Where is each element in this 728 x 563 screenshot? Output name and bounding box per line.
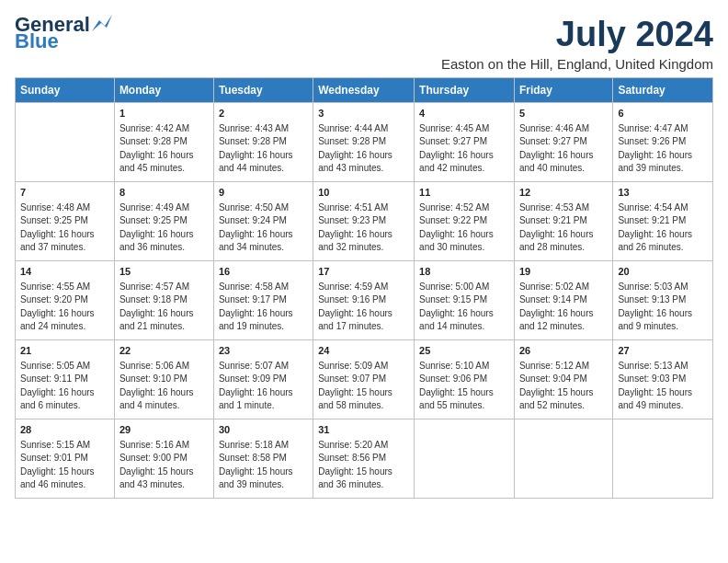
day-number: 16 bbox=[219, 265, 308, 280]
day-info: Sunrise: 5:13 AM Sunset: 9:03 PM Dayligh… bbox=[618, 360, 708, 413]
day-info: Sunrise: 5:12 AM Sunset: 9:04 PM Dayligh… bbox=[519, 360, 608, 413]
day-info: Sunrise: 5:15 AM Sunset: 9:01 PM Dayligh… bbox=[20, 439, 109, 492]
svg-marker-0 bbox=[92, 15, 112, 31]
day-number: 17 bbox=[318, 265, 409, 280]
day-number: 29 bbox=[119, 423, 209, 438]
day-number: 1 bbox=[119, 107, 209, 121]
day-cell: 14Sunrise: 4:55 AM Sunset: 9:20 PM Dayli… bbox=[16, 261, 115, 340]
day-cell bbox=[16, 103, 115, 182]
logo-blue-text: Blue bbox=[15, 31, 59, 52]
day-info: Sunrise: 4:43 AM Sunset: 9:28 PM Dayligh… bbox=[219, 122, 308, 176]
calendar-table: SundayMondayTuesdayWednesdayThursdayFrid… bbox=[15, 77, 713, 499]
day-number: 12 bbox=[519, 186, 608, 201]
week-row-5: 28Sunrise: 5:15 AM Sunset: 9:01 PM Dayli… bbox=[16, 419, 713, 499]
day-cell: 22Sunrise: 5:06 AM Sunset: 9:10 PM Dayli… bbox=[114, 340, 213, 419]
day-number: 10 bbox=[318, 186, 409, 201]
day-info: Sunrise: 5:02 AM Sunset: 9:14 PM Dayligh… bbox=[519, 281, 608, 334]
day-header-wednesday: Wednesday bbox=[313, 78, 415, 103]
day-info: Sunrise: 4:45 AM Sunset: 9:27 PM Dayligh… bbox=[419, 122, 509, 176]
day-number: 30 bbox=[219, 423, 308, 438]
day-cell: 13Sunrise: 4:54 AM Sunset: 9:21 PM Dayli… bbox=[613, 182, 713, 261]
day-number: 24 bbox=[318, 344, 409, 359]
day-cell: 27Sunrise: 5:13 AM Sunset: 9:03 PM Dayli… bbox=[613, 340, 713, 419]
day-info: Sunrise: 4:51 AM Sunset: 9:23 PM Dayligh… bbox=[318, 201, 409, 255]
day-info: Sunrise: 4:57 AM Sunset: 9:18 PM Dayligh… bbox=[119, 281, 209, 334]
day-number: 31 bbox=[318, 423, 409, 438]
day-info: Sunrise: 5:16 AM Sunset: 9:00 PM Dayligh… bbox=[119, 439, 209, 492]
day-cell: 21Sunrise: 5:05 AM Sunset: 9:11 PM Dayli… bbox=[16, 340, 115, 419]
day-header-thursday: Thursday bbox=[415, 78, 515, 103]
day-cell: 10Sunrise: 4:51 AM Sunset: 9:23 PM Dayli… bbox=[313, 182, 415, 261]
week-row-3: 14Sunrise: 4:55 AM Sunset: 9:20 PM Dayli… bbox=[16, 261, 713, 340]
day-cell: 2Sunrise: 4:43 AM Sunset: 9:28 PM Daylig… bbox=[213, 103, 313, 182]
day-info: Sunrise: 4:42 AM Sunset: 9:28 PM Dayligh… bbox=[119, 122, 209, 176]
logo-bird-icon bbox=[92, 15, 112, 31]
day-info: Sunrise: 5:10 AM Sunset: 9:06 PM Dayligh… bbox=[419, 360, 509, 413]
day-info: Sunrise: 4:50 AM Sunset: 9:24 PM Dayligh… bbox=[219, 201, 308, 255]
day-cell: 9Sunrise: 4:50 AM Sunset: 9:24 PM Daylig… bbox=[213, 182, 313, 261]
day-cell bbox=[415, 419, 515, 499]
day-cell: 30Sunrise: 5:18 AM Sunset: 8:58 PM Dayli… bbox=[213, 419, 313, 499]
day-number: 27 bbox=[618, 344, 708, 359]
day-info: Sunrise: 4:53 AM Sunset: 9:21 PM Dayligh… bbox=[519, 201, 608, 255]
day-cell: 11Sunrise: 4:52 AM Sunset: 9:22 PM Dayli… bbox=[415, 182, 515, 261]
day-cell: 18Sunrise: 5:00 AM Sunset: 9:15 PM Dayli… bbox=[415, 261, 515, 340]
day-info: Sunrise: 4:48 AM Sunset: 9:25 PM Dayligh… bbox=[20, 201, 109, 255]
location-title: Easton on the Hill, England, United King… bbox=[441, 56, 713, 72]
day-cell: 25Sunrise: 5:10 AM Sunset: 9:06 PM Dayli… bbox=[415, 340, 515, 419]
day-info: Sunrise: 5:03 AM Sunset: 9:13 PM Dayligh… bbox=[618, 281, 708, 334]
day-cell: 1Sunrise: 4:42 AM Sunset: 9:28 PM Daylig… bbox=[114, 103, 213, 182]
title-area: July 2024 Easton on the Hill, England, U… bbox=[441, 15, 713, 72]
day-info: Sunrise: 5:00 AM Sunset: 9:15 PM Dayligh… bbox=[419, 281, 509, 334]
day-info: Sunrise: 4:47 AM Sunset: 9:26 PM Dayligh… bbox=[618, 122, 708, 176]
day-number: 15 bbox=[119, 265, 209, 280]
header: General Blue July 2024 Easton on the Hil… bbox=[15, 15, 713, 72]
day-info: Sunrise: 5:18 AM Sunset: 8:58 PM Dayligh… bbox=[219, 439, 308, 492]
day-number: 4 bbox=[419, 107, 509, 121]
day-number: 21 bbox=[20, 344, 109, 359]
day-number: 2 bbox=[219, 107, 308, 121]
day-number: 9 bbox=[219, 186, 308, 201]
day-cell: 5Sunrise: 4:46 AM Sunset: 9:27 PM Daylig… bbox=[514, 103, 612, 182]
day-number: 11 bbox=[419, 186, 509, 201]
day-cell: 6Sunrise: 4:47 AM Sunset: 9:26 PM Daylig… bbox=[613, 103, 713, 182]
day-info: Sunrise: 4:44 AM Sunset: 9:28 PM Dayligh… bbox=[318, 122, 409, 176]
day-info: Sunrise: 4:59 AM Sunset: 9:16 PM Dayligh… bbox=[318, 281, 409, 334]
day-cell: 17Sunrise: 4:59 AM Sunset: 9:16 PM Dayli… bbox=[313, 261, 415, 340]
days-header-row: SundayMondayTuesdayWednesdayThursdayFrid… bbox=[16, 78, 713, 103]
month-title: July 2024 bbox=[441, 15, 713, 54]
day-header-monday: Monday bbox=[114, 78, 213, 103]
day-cell: 19Sunrise: 5:02 AM Sunset: 9:14 PM Dayli… bbox=[514, 261, 612, 340]
day-number: 5 bbox=[519, 107, 608, 121]
day-number: 20 bbox=[618, 265, 708, 280]
day-cell: 15Sunrise: 4:57 AM Sunset: 9:18 PM Dayli… bbox=[114, 261, 213, 340]
day-header-tuesday: Tuesday bbox=[213, 78, 313, 103]
logo: General Blue bbox=[15, 15, 112, 52]
day-header-saturday: Saturday bbox=[613, 78, 713, 103]
day-info: Sunrise: 4:55 AM Sunset: 9:20 PM Dayligh… bbox=[20, 281, 109, 334]
day-info: Sunrise: 4:49 AM Sunset: 9:25 PM Dayligh… bbox=[119, 201, 209, 255]
day-cell: 8Sunrise: 4:49 AM Sunset: 9:25 PM Daylig… bbox=[114, 182, 213, 261]
day-number: 8 bbox=[119, 186, 209, 201]
day-number: 22 bbox=[119, 344, 209, 359]
day-number: 18 bbox=[419, 265, 509, 280]
day-info: Sunrise: 5:09 AM Sunset: 9:07 PM Dayligh… bbox=[318, 360, 409, 413]
day-cell: 4Sunrise: 4:45 AM Sunset: 9:27 PM Daylig… bbox=[415, 103, 515, 182]
day-number: 3 bbox=[318, 107, 409, 121]
day-header-sunday: Sunday bbox=[16, 78, 115, 103]
day-number: 25 bbox=[419, 344, 509, 359]
day-cell: 31Sunrise: 5:20 AM Sunset: 8:56 PM Dayli… bbox=[313, 419, 415, 499]
day-cell: 7Sunrise: 4:48 AM Sunset: 9:25 PM Daylig… bbox=[16, 182, 115, 261]
day-header-friday: Friday bbox=[514, 78, 612, 103]
day-number: 14 bbox=[20, 265, 109, 280]
day-info: Sunrise: 4:46 AM Sunset: 9:27 PM Dayligh… bbox=[519, 122, 608, 176]
day-cell: 26Sunrise: 5:12 AM Sunset: 9:04 PM Dayli… bbox=[514, 340, 612, 419]
day-number: 13 bbox=[618, 186, 708, 201]
day-cell: 29Sunrise: 5:16 AM Sunset: 9:00 PM Dayli… bbox=[114, 419, 213, 499]
day-cell: 16Sunrise: 4:58 AM Sunset: 9:17 PM Dayli… bbox=[213, 261, 313, 340]
day-number: 6 bbox=[618, 107, 708, 121]
day-info: Sunrise: 5:20 AM Sunset: 8:56 PM Dayligh… bbox=[318, 439, 409, 492]
day-cell bbox=[613, 419, 713, 499]
day-cell: 28Sunrise: 5:15 AM Sunset: 9:01 PM Dayli… bbox=[16, 419, 115, 499]
day-cell: 20Sunrise: 5:03 AM Sunset: 9:13 PM Dayli… bbox=[613, 261, 713, 340]
